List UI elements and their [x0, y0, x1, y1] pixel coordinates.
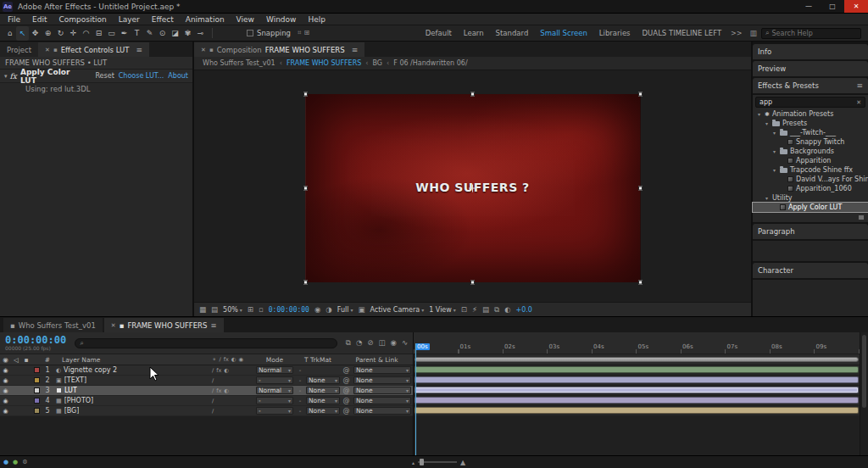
- menu-window[interactable]: Window: [260, 14, 303, 25]
- selection-handle[interactable]: [470, 281, 475, 285]
- audio-toggle[interactable]: [11, 365, 21, 375]
- trkmat-select[interactable]: None▾: [306, 407, 340, 415]
- trkmat-toggle[interactable]: -: [295, 365, 305, 375]
- layer-switch-icon[interactable]: ◐: [224, 387, 229, 394]
- snapping-checkbox[interactable]: [247, 30, 253, 36]
- home-tool[interactable]: ⌂: [3, 26, 16, 41]
- effects-search-input[interactable]: [760, 98, 856, 106]
- layer-switch-icon[interactable]: fx: [216, 367, 221, 374]
- magnification-select[interactable]: 50%▾: [223, 306, 242, 314]
- trkmat-column-label[interactable]: T TrkMat: [295, 354, 341, 365]
- visibility-toggle[interactable]: ◉: [0, 376, 11, 385]
- breadcrumb-item-bg[interactable]: BG: [372, 59, 382, 67]
- panel-character[interactable]: Character: [753, 263, 868, 278]
- workspace-small-screen[interactable]: Small Screen: [534, 29, 593, 37]
- layer-duration-bar[interactable]: [415, 407, 859, 414]
- timeline-zoom-control[interactable]: ▴ ▲: [412, 456, 465, 468]
- breadcrumb-item-f-06-handwritten-06[interactable]: F 06 /Handwritten 06/: [393, 59, 467, 67]
- layer-name-cell[interactable]: ▦[BG]: [53, 406, 210, 415]
- mode-select[interactable]: Normal▾: [256, 366, 293, 374]
- menu-file[interactable]: File: [2, 14, 26, 25]
- label-color-cell[interactable]: [31, 386, 42, 395]
- snap-edges-icon[interactable]: ⌗: [298, 29, 302, 37]
- layer-switches[interactable]: ∕fx◐: [210, 365, 254, 375]
- lock-toggle[interactable]: [21, 386, 31, 395]
- clear-search-icon[interactable]: ✕: [856, 99, 861, 106]
- twirl-icon[interactable]: ▾: [764, 195, 770, 201]
- trkmat-select[interactable]: None▾: [306, 387, 340, 394]
- hand-tool[interactable]: ✥: [29, 26, 42, 41]
- tab-who-suffers-test[interactable]: ▪ Who Suffers Test_v01: [3, 318, 103, 332]
- mode-column-label[interactable]: Mode: [254, 354, 295, 365]
- layer-row-lut[interactable]: ◉3LUT∕fx◐Normal▾-None▾@None▾: [0, 386, 413, 396]
- label-color-cell[interactable]: [31, 376, 42, 385]
- composition-canvas[interactable]: WHO SUFFERS ?: [305, 94, 640, 282]
- mode-select[interactable]: -▾: [256, 407, 293, 415]
- panel-menu-icon[interactable]: ≡: [136, 46, 142, 54]
- lock-toggle[interactable]: [21, 376, 31, 385]
- close-icon[interactable]: ✕: [45, 47, 50, 53]
- preset-item-animation-presets[interactable]: ▾✱Animation Presets: [753, 109, 868, 119]
- menu-effect[interactable]: Effect: [146, 14, 180, 25]
- audio-toggle[interactable]: [11, 406, 21, 415]
- audio-toggle[interactable]: [11, 396, 21, 405]
- preview-timecode[interactable]: 0:00:00:00: [269, 306, 309, 314]
- motion-blur-icon[interactable]: ◉: [390, 338, 396, 348]
- label-color-cell[interactable]: [31, 365, 42, 375]
- about-effect-link[interactable]: About: [168, 72, 188, 80]
- rotation-tool[interactable]: ◠: [80, 26, 92, 41]
- region-of-interest-icon[interactable]: ▣: [358, 305, 364, 314]
- twirl-icon[interactable]: ▾: [771, 148, 777, 154]
- roto-brush-tool[interactable]: ✾: [181, 26, 194, 41]
- workspace-libraries[interactable]: Libraries: [593, 29, 637, 37]
- zoom-slider-thumb[interactable]: [420, 459, 424, 465]
- layer-switches[interactable]: ∕: [210, 376, 254, 385]
- choose-lut-link[interactable]: Choose LUT...: [119, 72, 164, 80]
- grid-guides-icon[interactable]: ⊞: [248, 305, 253, 314]
- timeline-graph-area[interactable]: 00s01s02s03s04s05s06s07s08s09s10s: [414, 332, 868, 455]
- trkmat-select[interactable]: None▾: [306, 397, 340, 404]
- layer-switch-icon[interactable]: ∕: [212, 408, 214, 415]
- timeline-search-box[interactable]: ⌕: [75, 338, 337, 348]
- composition-viewport[interactable]: WHO SUFFERS ?: [194, 70, 751, 302]
- zoom-tool[interactable]: ⊕: [42, 26, 54, 41]
- layer-switch-icon[interactable]: ∕: [212, 398, 214, 404]
- minimize-button[interactable]: —: [797, 0, 821, 13]
- panel-info[interactable]: Info: [753, 44, 868, 59]
- layer-row-vignette-copy-2[interactable]: ◉1◐Vignette copy 2∕fx◐Normal▾-@None▾: [0, 365, 413, 376]
- layer-switch-icon[interactable]: ∕: [212, 367, 214, 374]
- pan-camera-tool[interactable]: ✛: [67, 26, 80, 41]
- selection-handle[interactable]: [470, 92, 475, 97]
- current-time-display[interactable]: 0:00:00:00 00000 (25.00 fps): [5, 335, 66, 351]
- close-icon[interactable]: ✕: [201, 47, 206, 53]
- panel-paragraph[interactable]: Paragraph: [753, 224, 868, 239]
- label-color-cell[interactable]: [31, 406, 42, 415]
- pixel-aspect-icon[interactable]: ⊡: [461, 305, 467, 314]
- panel-menu-icon[interactable]: ≡: [352, 46, 359, 54]
- label-color-cell[interactable]: [31, 396, 42, 405]
- twirl-icon[interactable]: ▾: [771, 167, 777, 173]
- trkmat-toggle[interactable]: -: [295, 386, 305, 395]
- layer-name-cell[interactable]: ▦[PHOTO]: [53, 396, 210, 405]
- brush-tool[interactable]: ✎: [143, 26, 156, 41]
- reset-effect-link[interactable]: Reset: [95, 72, 114, 80]
- preset-item-snappy-twitch[interactable]: Snappy Twitch: [753, 137, 868, 147]
- breadcrumb-item-frame-who-suffers[interactable]: FRAME WHO SUFFERS: [287, 59, 361, 67]
- time-ruler[interactable]: 00s01s02s03s04s05s06s07s08s09s10s: [414, 332, 860, 354]
- lock-toggle[interactable]: [21, 396, 31, 405]
- layer-row-text[interactable]: ◉2▣[TEXT]∕-▾-None▾@None▾: [0, 376, 413, 386]
- resolution-select[interactable]: Full▾: [337, 306, 353, 314]
- view-layout-select[interactable]: 1 View▾: [429, 306, 456, 314]
- parent-pickwhip-icon[interactable]: @: [341, 365, 352, 375]
- view-camera-select[interactable]: Active Camera▾: [370, 306, 425, 314]
- tab-frame-who-suffers[interactable]: ✕ ▪ FRAME WHO SUFFERS ≡: [104, 318, 224, 332]
- puppet-pin-tool[interactable]: ⊸: [194, 26, 207, 41]
- lock-toggle[interactable]: [21, 406, 31, 415]
- zoom-slider-track[interactable]: [418, 461, 457, 463]
- zoom-in-icon[interactable]: ▲: [460, 459, 465, 466]
- mask-visibility-icon[interactable]: ▫: [259, 305, 264, 314]
- close-icon[interactable]: ✕: [111, 322, 116, 329]
- layer-name-cell[interactable]: LUT: [53, 386, 210, 395]
- preset-item-apparition[interactable]: Apparition: [753, 156, 868, 165]
- workspace-default[interactable]: Default: [420, 29, 458, 37]
